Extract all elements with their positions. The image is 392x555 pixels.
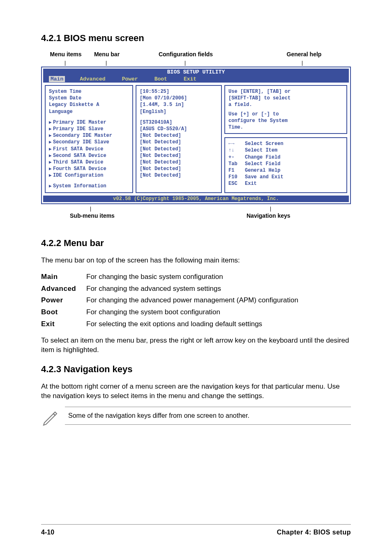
chevron-right-icon: ▶ [49,153,53,159]
item-second-sata[interactable]: ▶Second SATA Device [49,152,129,159]
chapter-label: Chapter 4: BIOS setup [277,529,351,536]
arrows-lr-icon: ←→ [228,140,245,147]
desc-boot: For changing the system boot configurati… [86,306,298,318]
heading-422: 4.2.2 Menu bar [41,238,351,249]
bios-copyright: v02.58 (C)Copyright 1985-2005, American … [43,196,349,202]
plus-minus-icon: +- [228,154,245,161]
val-nd6: [Not Detected] [140,166,218,172]
desc-exit: For selecting the exit options and loadi… [86,318,298,330]
note-box: Some of the navigation keys differ from … [65,407,351,425]
item-primary-ide-master[interactable]: ▶Primary IDE Master [49,119,129,126]
heading-421: 4.2.1 BIOS menu screen [41,33,351,44]
desc-advanced: For changing the advanced system setting… [86,283,298,295]
callout-menu-bar: Menu bar [86,51,127,58]
menu-boot[interactable]: Boot [153,76,169,82]
nav-row: ↑↓Select Item [228,147,343,154]
val-date[interactable]: [Mon 07/10/2006] [140,95,218,101]
val-diskette[interactable]: [1.44M, 3.5 in] [140,101,218,108]
nav-row: ←→Select Screen [228,140,343,147]
term-boot: Boot [41,306,86,318]
callout-config-fields: Configuration fields [145,51,227,58]
bios-mid-panel: [10:55:25] [Mon 07/10/2006] [1.44M, 3.5 … [136,85,222,193]
nav-row: +-Change Field [228,154,343,161]
val-time[interactable]: [10:55:25] [140,88,218,95]
pencil-icon [41,408,59,426]
menu-main[interactable]: Main [49,76,65,82]
callout-general-help: General help [271,51,337,58]
p422-end: To select an item on the menu bar, press… [41,336,351,355]
callout-submenu-items: Sub-menu items [70,212,115,219]
menu-advanced[interactable]: Advanced [78,76,107,82]
val-nd3: [Not Detected] [140,146,218,152]
term-power: Power [41,295,86,306]
bios-title: BIOS SETUP UTILITY [43,69,349,76]
menu-exit[interactable]: Exit [182,76,198,82]
help-line: Use [ENTER], [TAB] or [228,88,343,95]
p423: At the bottom right corner of a menu scr… [41,382,351,401]
term-main: Main [41,271,86,283]
page-number: 4-10 [41,529,54,536]
table-row: MainFor changing the basic system config… [41,271,298,283]
help-line: Use [+] or [-] to [228,111,343,117]
val-pis: [ASUS CD-S520/A] [140,126,218,132]
val-pim: [ST320410A] [140,119,218,126]
desc-main: For changing the basic system configurat… [86,271,298,283]
callout-nav-keys: Navigation keys [247,212,291,219]
chevron-right-icon: ▶ [49,166,53,172]
chevron-right-icon: ▶ [49,146,53,152]
page-footer: 4-10 Chapter 4: BIOS setup [41,524,351,536]
chevron-right-icon: ▶ [49,159,53,166]
bios-left-panel: System Time System Date Legacy Diskette … [45,85,133,193]
item-ide-config[interactable]: ▶IDE Configuration [49,172,129,179]
item-secondary-ide-slave[interactable]: ▶Secondary IDE Slave [49,139,129,145]
val-nd2: [Not Detected] [140,139,218,145]
nav-row: F1General Help [228,167,343,174]
chevron-right-icon: ▶ [49,120,53,126]
val-nd4: [Not Detected] [140,152,218,159]
bios-menubar[interactable]: Main Advanced Power Boot Exit [43,76,349,83]
chevron-right-icon: ▶ [49,133,53,139]
table-row: BootFor changing the system boot configu… [41,306,298,318]
item-fourth-sata[interactable]: ▶Fourth SATA Device [49,166,129,172]
val-nd7: [Not Detected] [140,172,218,179]
item-system-info[interactable]: ▶System Information [49,183,129,189]
bios-help-panel: Use [ENTER], [TAB] or [SHIFT-TAB] to sel… [224,85,347,134]
item-third-sata[interactable]: ▶Third SATA Device [49,159,129,166]
bios-window: BIOS SETUP UTILITY Main Advanced Power B… [41,67,351,204]
item-legacy-diskette[interactable]: Legacy Diskette A [49,101,129,108]
chevron-right-icon: ▶ [49,126,53,132]
item-primary-ide-slave[interactable]: ▶Primary IDE Slave [49,126,129,132]
item-system-date[interactable]: System Date [49,95,129,101]
p422-intro: The menu bar on top of the screen has th… [41,256,351,265]
chevron-right-icon: ▶ [49,173,53,179]
table-row: AdvancedFor changing the advanced system… [41,283,298,295]
top-ticks [41,61,351,67]
top-callouts: Menu items Menu bar Configuration fields… [41,51,351,60]
callout-menu-items: Menu items [41,51,90,58]
table-row: ExitFor selecting the exit options and l… [41,318,298,330]
item-first-sata[interactable]: ▶First SATA Device [49,146,129,152]
item-secondary-ide-master[interactable]: ▶Secondary IDE Master [49,132,129,139]
item-system-time[interactable]: System Time [49,88,129,95]
bios-nav-panel: ←→Select Screen ↑↓Select Item +-Change F… [224,137,347,193]
item-language[interactable]: Language [49,108,129,115]
help-line: configure the System [228,117,343,124]
help-line: [SHIFT-TAB] to select [228,95,343,101]
val-lang[interactable]: [English] [140,108,218,115]
val-nd5: [Not Detected] [140,159,218,166]
table-row: PowerFor changing the advanced power man… [41,295,298,306]
chevron-right-icon: ▶ [49,183,53,189]
term-advanced: Advanced [41,283,86,295]
menu-definitions-table: MainFor changing the basic system config… [41,271,298,331]
nav-row: ESCExit [228,180,343,187]
help-line: a field. [228,101,343,108]
menu-power[interactable]: Power [120,76,140,82]
chevron-right-icon: ▶ [49,139,53,145]
heading-423: 4.2.3 Navigation keys [41,364,351,375]
nav-row: TabSelect Field [228,161,343,167]
bottom-callouts: Sub-menu items Navigation keys [41,207,351,223]
nav-row: F10Save and Exit [228,174,343,180]
desc-power: For changing the advanced power manageme… [86,295,298,306]
val-nd1: [Not Detected] [140,132,218,139]
arrows-ud-icon: ↑↓ [228,147,245,154]
